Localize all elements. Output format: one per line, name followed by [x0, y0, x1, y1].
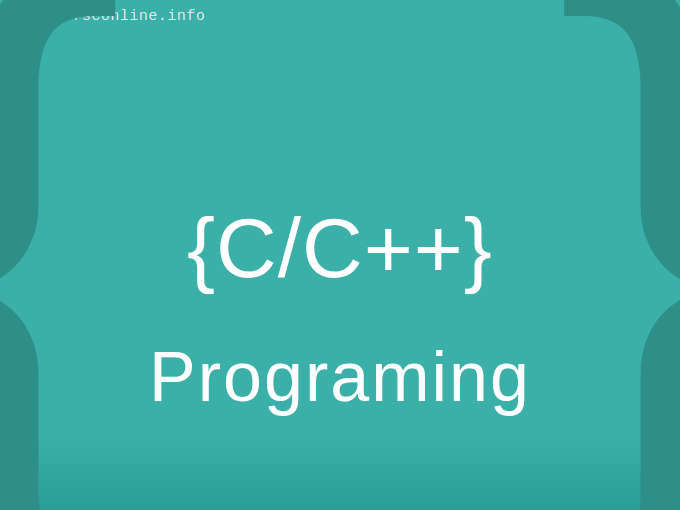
title-text: {C/C++} — [0, 200, 680, 297]
main-content: {C/C++} Programing — [0, 200, 680, 417]
subtitle-text: Programing — [0, 337, 680, 417]
